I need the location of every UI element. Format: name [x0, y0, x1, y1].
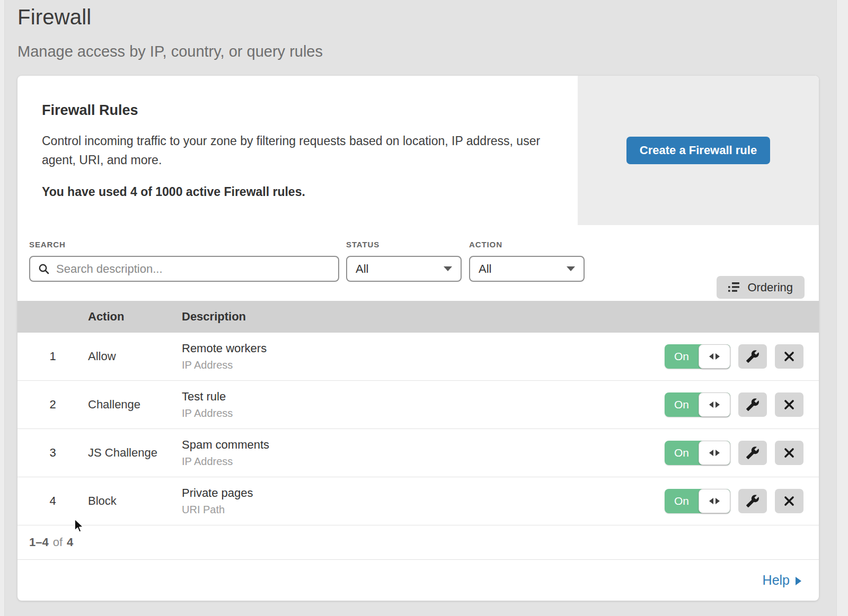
- search-icon: [38, 263, 50, 275]
- edit-rule-button[interactable]: [738, 441, 767, 465]
- rules-table-header: Action Description: [17, 301, 819, 333]
- search-input[interactable]: [56, 262, 331, 276]
- table-row: 4 Block Private pages URI Path On: [17, 477, 819, 525]
- toggle-state-label: On: [665, 392, 699, 417]
- create-firewall-rule-button[interactable]: Create a Firewall rule: [626, 137, 770, 164]
- edit-rule-button[interactable]: [738, 392, 767, 417]
- rule-controls: On: [665, 441, 819, 465]
- wrench-icon: [746, 350, 759, 363]
- table-row: 2 Challenge Test rule IP Address On: [17, 381, 819, 429]
- search-label: SEARCH: [29, 240, 339, 249]
- delete-rule-button[interactable]: [775, 392, 803, 417]
- arrow-left-icon: [709, 498, 713, 504]
- filters-bar: SEARCH STATUS All ACTION All: [17, 225, 819, 301]
- wrench-icon: [746, 494, 759, 508]
- window-edge-left: [0, 0, 5, 616]
- arrow-left-icon: [709, 353, 713, 360]
- hero-section: Firewall Rules Control incoming traffic …: [17, 76, 819, 225]
- hero-action-panel: Create a Firewall rule: [578, 76, 819, 225]
- rule-description-title: Remote workers: [182, 342, 665, 355]
- search-filter-group: SEARCH: [29, 240, 339, 282]
- arrow-left-icon: [709, 401, 713, 408]
- rule-match-type: IP Address: [182, 407, 665, 419]
- delete-rule-button[interactable]: [775, 344, 803, 369]
- rule-priority: 4: [17, 494, 88, 508]
- chevron-down-icon: [567, 266, 575, 271]
- pagination-total: 4: [67, 535, 73, 549]
- help-link-label: Help: [763, 573, 790, 588]
- table-row: 1 Allow Remote workers IP Address On: [17, 333, 819, 381]
- rule-description: Private pages URI Path: [182, 486, 665, 516]
- action-select[interactable]: All: [469, 256, 585, 282]
- pagination: 1–4 of 4: [17, 525, 819, 559]
- rule-description: Spam comments IP Address: [182, 438, 665, 468]
- rule-description: Remote workers IP Address: [182, 342, 665, 371]
- close-icon: [783, 350, 796, 363]
- delete-rule-button[interactable]: [775, 441, 803, 465]
- pagination-of-label: of: [53, 535, 63, 549]
- action-select-value: All: [479, 262, 491, 276]
- rule-priority: 3: [17, 446, 88, 460]
- action-filter-group: ACTION All: [469, 240, 585, 282]
- rule-action: Allow: [88, 350, 182, 363]
- rule-priority: 2: [17, 398, 88, 412]
- table-row: 3 JS Challenge Spam comments IP Address …: [17, 429, 819, 477]
- toggle-knob[interactable]: [699, 441, 730, 465]
- delete-rule-button[interactable]: [775, 489, 803, 513]
- search-box[interactable]: [29, 256, 339, 282]
- rule-action: Challenge: [88, 398, 182, 412]
- rule-action: Block: [88, 494, 182, 508]
- toggle-state-label: On: [665, 441, 699, 465]
- rule-controls: On: [665, 392, 819, 417]
- hero-description: Control incoming traffic to your zone by…: [42, 131, 543, 170]
- wrench-icon: [746, 446, 759, 460]
- description-column-header: Description: [182, 310, 819, 324]
- toggle-knob[interactable]: [699, 489, 730, 513]
- rule-match-type: IP Address: [182, 359, 665, 371]
- close-icon: [783, 495, 796, 507]
- edit-rule-button[interactable]: [738, 344, 767, 369]
- rule-enabled-toggle[interactable]: On: [665, 489, 730, 513]
- arrow-right-icon: [716, 498, 720, 504]
- ordering-button[interactable]: Ordering: [717, 276, 805, 299]
- arrow-right-icon: [796, 577, 801, 585]
- rule-description: Test rule IP Address: [182, 390, 665, 419]
- status-filter-group: STATUS All: [346, 240, 462, 282]
- rule-description-title: Private pages: [182, 486, 665, 500]
- close-icon: [783, 398, 796, 411]
- status-label: STATUS: [346, 240, 462, 249]
- ordering-button-label: Ordering: [747, 281, 793, 294]
- window-edge-right: [836, 0, 848, 616]
- arrow-right-icon: [716, 450, 720, 456]
- toggle-state-label: On: [665, 489, 699, 513]
- toggle-knob[interactable]: [699, 344, 730, 369]
- rule-description-title: Spam comments: [182, 438, 665, 452]
- help-link[interactable]: Help: [763, 573, 801, 588]
- ordered-list-icon: [728, 282, 741, 293]
- firewall-rules-card: Firewall Rules Control incoming traffic …: [17, 76, 819, 601]
- action-label: ACTION: [469, 240, 585, 249]
- rule-action: JS Challenge: [88, 446, 182, 460]
- rule-enabled-toggle[interactable]: On: [665, 392, 730, 417]
- edit-rule-button[interactable]: [738, 489, 767, 513]
- pagination-range: 1–4: [29, 535, 49, 549]
- hero-title: Firewall Rules: [42, 102, 556, 119]
- rule-match-type: URI Path: [182, 504, 665, 516]
- rules-table-body: 1 Allow Remote workers IP Address On: [17, 333, 819, 525]
- rule-controls: On: [665, 489, 819, 513]
- close-icon: [783, 447, 796, 459]
- toggle-knob[interactable]: [699, 392, 730, 417]
- rule-priority: 1: [17, 350, 88, 363]
- hero-text-block: Firewall Rules Control incoming traffic …: [17, 76, 578, 225]
- arrow-right-icon: [716, 353, 720, 360]
- status-select[interactable]: All: [346, 256, 462, 282]
- usage-note: You have used 4 of 1000 active Firewall …: [42, 185, 556, 199]
- rule-description-title: Test rule: [182, 390, 665, 404]
- rule-enabled-toggle[interactable]: On: [665, 441, 730, 465]
- arrow-left-icon: [709, 450, 713, 456]
- page-title: Firewall: [17, 5, 848, 29]
- rule-enabled-toggle[interactable]: On: [665, 344, 730, 369]
- rule-match-type: IP Address: [182, 456, 665, 468]
- action-column-header: Action: [88, 310, 182, 324]
- status-select-value: All: [356, 262, 368, 276]
